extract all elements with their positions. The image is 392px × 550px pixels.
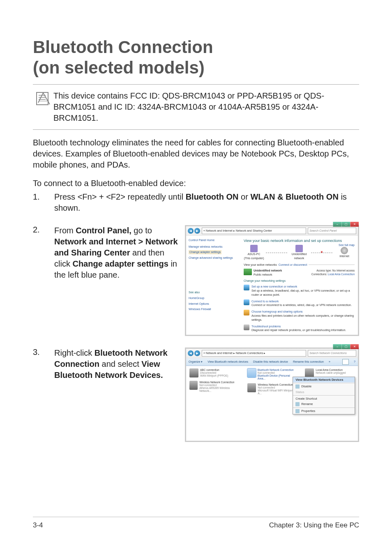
- toolbar: Organize ▾ View Bluetooth network device…: [186, 358, 358, 366]
- connect-network-option[interactable]: Connect to a networkConnect or reconnect…: [244, 299, 355, 308]
- menu-disable[interactable]: Disable: [293, 384, 355, 389]
- connection-icon: [247, 368, 256, 377]
- setup-connection-option[interactable]: Set up a new connection or networkSet up…: [244, 285, 355, 297]
- step-2-row: 2. From Control Panel, go to Network and…: [33, 225, 359, 336]
- minimize-button[interactable]: –: [333, 222, 341, 227]
- network-diagram: ASUS-PC(This computer) Unidentified netw…: [244, 245, 355, 260]
- page-footer: 3-4 Chapter 3: Using the Eee PC: [33, 517, 359, 529]
- shield-icon: [295, 384, 300, 389]
- address-bar[interactable]: « Network and Internet ▸ Network and Sha…: [202, 228, 306, 234]
- search-input[interactable]: Search Control Panel: [308, 228, 356, 234]
- maximize-button[interactable]: ▢: [341, 344, 350, 349]
- windows-firewall-link[interactable]: Windows Firewall: [189, 307, 238, 311]
- homegroup-option[interactable]: Choose homegroup and sharing optionsAcce…: [244, 310, 355, 322]
- context-menu: View Bluetooth Network Devices Disable S…: [293, 377, 355, 414]
- manage-wireless-link[interactable]: Manage wireless networks: [189, 245, 238, 249]
- view-bt-devices-cmd[interactable]: View Bluetooth network devices: [208, 360, 248, 363]
- steps-lead: To connect to a Bluetooth-enabled device…: [33, 178, 359, 189]
- menu-rename[interactable]: Rename: [293, 401, 355, 407]
- menu-view-bt-devices[interactable]: View Bluetooth Network Devices: [293, 377, 355, 382]
- change-adapter-settings-link[interactable]: Change adapter settings: [189, 250, 221, 254]
- connection-item[interactable]: Local Area ConnectionNetwork cable unplu…: [305, 368, 355, 377]
- maximize-button[interactable]: ▢: [341, 222, 350, 227]
- wizard-icon: [244, 285, 249, 290]
- intro-paragraph: Bluetooth technology eliminates the need…: [33, 137, 359, 170]
- minimize-button[interactable]: –: [333, 344, 341, 349]
- see-also-label: See also: [189, 290, 238, 295]
- step-3-row: 3. Right-click Bluetooth Network Connect…: [33, 347, 359, 442]
- organize-menu[interactable]: Organize ▾: [189, 360, 203, 364]
- menu-properties[interactable]: Properties: [293, 408, 355, 414]
- connect-icon: [244, 299, 249, 305]
- view-icon[interactable]: [342, 359, 349, 365]
- divider: [33, 84, 359, 85]
- local-area-connection-link[interactable]: Local Area Connection: [328, 273, 355, 276]
- pc-icon: [250, 245, 258, 252]
- control-panel-home-link[interactable]: Control Panel Home: [189, 238, 238, 242]
- homegroup-link[interactable]: HomeGroup: [189, 296, 238, 300]
- search-input[interactable]: Search Network Connections: [308, 350, 356, 357]
- main-heading: View your basic network information and …: [244, 238, 355, 244]
- connection-icon: [305, 368, 314, 377]
- step-1: 1. Press <Fn> + <F2> repeatedly until Bl…: [33, 191, 359, 214]
- connection-item[interactable]: Wireless Network ConnectionNot connected…: [189, 381, 239, 392]
- forward-button[interactable]: ►: [194, 228, 200, 234]
- connection-icon: [189, 368, 198, 377]
- bluetooth-connection-item[interactable]: Bluetooth Network ConnectionNot connecte…: [247, 368, 297, 380]
- help-icon[interactable]: ?: [354, 360, 355, 363]
- menu-create-shortcut[interactable]: Create Shortcut: [293, 396, 355, 401]
- connection-icon: [189, 381, 198, 390]
- note-box: This device contains FCC ID: QDS-BRCM104…: [33, 90, 359, 130]
- connection-icon: [247, 383, 256, 392]
- shield-icon: [295, 409, 300, 413]
- address-bar[interactable]: « Network and Internet ▸ Network Connect…: [202, 350, 306, 357]
- forward-button[interactable]: ►: [194, 350, 200, 356]
- troubleshoot-icon: [244, 324, 249, 330]
- troubleshoot-option[interactable]: Troubleshoot problemsDiagnose and repair…: [244, 324, 355, 333]
- back-button[interactable]: ◄: [188, 228, 194, 234]
- close-button[interactable]: ✕: [350, 222, 359, 227]
- page-number: 3-4: [33, 521, 43, 529]
- connection-item[interactable]: ABC connectionDisconnectedWAN Miniport (…: [189, 368, 239, 377]
- left-pane: Control Panel Home Manage wireless netwo…: [186, 236, 240, 335]
- change-advanced-sharing-link[interactable]: Change advanced sharing settings: [189, 256, 238, 260]
- screenshot-network-sharing-center: – ▢ ✕ ◄ ► « Network and Internet ▸ Netwo…: [185, 225, 359, 336]
- right-pane: View your basic network information and …: [240, 236, 358, 335]
- network-icon: [295, 245, 303, 252]
- shield-icon: [295, 402, 300, 406]
- page-title: Bluetooth Connection (on selected models…: [33, 37, 359, 78]
- more-cmd[interactable]: »: [329, 360, 330, 363]
- no-connection-icon: ✕: [321, 250, 323, 254]
- menu-status: Status: [293, 389, 355, 395]
- rename-connection-cmd[interactable]: Rename this connection: [293, 360, 324, 363]
- note-icon: [33, 90, 53, 124]
- see-full-map-link[interactable]: See full map: [339, 243, 355, 247]
- disable-device-cmd[interactable]: Disable this network device: [253, 360, 288, 363]
- internet-icon: [341, 247, 348, 254]
- internet-options-link[interactable]: Internet Options: [189, 302, 238, 306]
- screenshot-network-connections: – ▢ ✕ ◄ ► « Network and Internet ▸ Netwo…: [185, 347, 359, 442]
- chapter-label: Chapter 3: Using the Eee PC: [269, 521, 359, 529]
- connect-disconnect-link[interactable]: Connect or disconnect: [279, 263, 307, 267]
- connection-item[interactable]: Wireless Network Connection 2Not connect…: [247, 383, 297, 395]
- homegroup-icon: [244, 310, 249, 315]
- close-button[interactable]: ✕: [350, 344, 359, 349]
- back-button[interactable]: ◄: [188, 350, 194, 356]
- note-text: This device contains FCC ID: QDS-BRCM104…: [53, 90, 359, 124]
- network-status-icon: [244, 269, 252, 275]
